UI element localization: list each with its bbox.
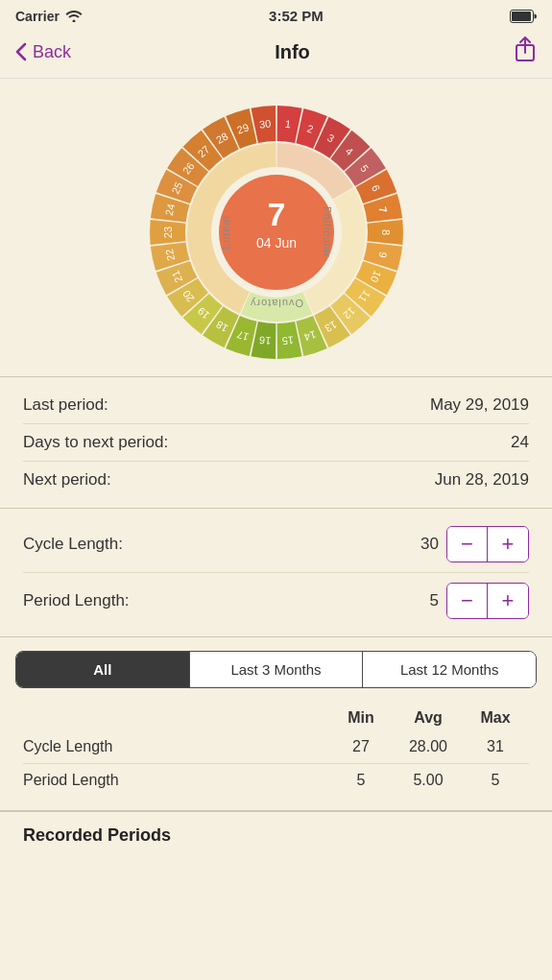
back-button[interactable]: Back xyxy=(15,42,71,62)
period-length-label: Period Length: xyxy=(23,591,130,610)
last-period-label: Last period: xyxy=(23,395,108,415)
chevron-left-icon xyxy=(15,42,27,61)
cycle-wheel: 1234567891011121314151617181920212223242… xyxy=(0,79,552,376)
svg-text:7: 7 xyxy=(267,196,285,232)
last-period-value: May 29, 2019 xyxy=(430,395,529,415)
share-button[interactable] xyxy=(514,36,537,68)
stats-cycle-row: Cycle Length 27 28.00 31 xyxy=(23,730,529,764)
svg-text:23: 23 xyxy=(161,227,173,238)
stats-header: Min Avg Max xyxy=(23,702,529,730)
cycle-length-controls: 30 − + xyxy=(420,526,529,562)
next-period-label: Next period: xyxy=(23,470,111,490)
svg-text:22: 22 xyxy=(162,248,176,261)
stats-cycle-avg: 28.00 xyxy=(395,738,462,755)
period-length-row: Period Length: 5 − + xyxy=(23,573,529,629)
period-length-increment[interactable]: + xyxy=(488,584,528,618)
recorded-title: Recorded Periods xyxy=(23,825,529,846)
status-bar: Carrier 3:52 PM xyxy=(0,0,552,28)
cycle-length-increment[interactable]: + xyxy=(488,527,528,562)
cycle-length-row: Cycle Length: 30 − + xyxy=(23,516,529,573)
wheel-svg: 1234567891011121314151617181920212223242… xyxy=(142,98,411,367)
cycle-length-decrement[interactable]: − xyxy=(447,527,488,562)
back-label: Back xyxy=(33,42,71,62)
svg-text:15: 15 xyxy=(281,334,294,347)
svg-text:8: 8 xyxy=(379,229,391,235)
svg-text:04 Jun: 04 Jun xyxy=(255,235,296,251)
period-length-value: 5 xyxy=(420,591,439,610)
tab-all[interactable]: All xyxy=(16,652,190,687)
stats-period-min: 5 xyxy=(327,772,395,789)
status-time: 3:52 PM xyxy=(269,8,324,24)
svg-point-0 xyxy=(72,20,75,23)
stats-period-max: 5 xyxy=(462,772,529,789)
tab-last-12-months[interactable]: Last 12 Months xyxy=(363,652,536,687)
nav-bar: Back Info xyxy=(0,28,552,79)
status-left: Carrier xyxy=(15,9,83,24)
days-to-next-row: Days to next period: 24 xyxy=(23,424,529,462)
stats-header-min: Min xyxy=(327,709,395,727)
stats-header-max: Max xyxy=(462,709,529,727)
stats-period-avg: 5.00 xyxy=(395,772,462,789)
stats-cycle-label: Cycle Length xyxy=(23,738,327,755)
cycle-length-label: Cycle Length: xyxy=(23,535,123,554)
period-length-stepper: − + xyxy=(446,583,529,619)
stats-period-row: Period Length 5 5.00 5 xyxy=(23,764,529,797)
svg-text:Follicular: Follicular xyxy=(322,206,333,258)
tabs-section: All Last 3 Months Last 12 Months xyxy=(0,637,552,698)
svg-text:Ovulatory: Ovulatory xyxy=(249,298,302,309)
days-to-next-label: Days to next period: xyxy=(23,433,168,452)
status-right xyxy=(510,10,537,23)
next-period-row: Next period: Jun 28, 2019 xyxy=(23,462,529,498)
recorded-section: Recorded Periods xyxy=(0,811,552,859)
days-to-next-value: 24 xyxy=(511,433,529,452)
info-section: Last period: May 29, 2019 Days to next p… xyxy=(0,377,552,508)
wifi-icon xyxy=(65,10,83,22)
stats-cycle-max: 31 xyxy=(462,738,529,755)
share-icon xyxy=(514,36,537,62)
period-length-decrement[interactable]: − xyxy=(447,584,488,618)
svg-text:1: 1 xyxy=(284,118,291,131)
svg-point-34 xyxy=(219,175,334,290)
length-section: Cycle Length: 30 − + Period Length: 5 − … xyxy=(0,509,552,636)
svg-text:16: 16 xyxy=(258,334,271,347)
cycle-length-value: 30 xyxy=(420,535,439,554)
stats-period-label: Period Length xyxy=(23,772,327,789)
last-period-row: Last period: May 29, 2019 xyxy=(23,387,529,424)
svg-text:30: 30 xyxy=(258,118,271,131)
svg-text:Luteal: Luteal xyxy=(220,215,231,250)
cycle-length-stepper: − + xyxy=(446,526,529,562)
tabs: All Last 3 Months Last 12 Months xyxy=(15,651,537,688)
stats-section: Min Avg Max Cycle Length 27 28.00 31 Per… xyxy=(0,698,552,810)
svg-text:24: 24 xyxy=(162,203,176,216)
tab-last-3-months[interactable]: Last 3 Months xyxy=(190,652,364,687)
page-title: Info xyxy=(275,41,310,63)
next-period-value: Jun 28, 2019 xyxy=(435,470,529,490)
battery-icon xyxy=(510,10,537,23)
carrier-label: Carrier xyxy=(15,9,60,24)
stats-cycle-min: 27 xyxy=(327,738,395,755)
period-length-controls: 5 − + xyxy=(420,583,529,619)
svg-rect-2 xyxy=(512,12,531,21)
stats-header-avg: Avg xyxy=(395,709,462,727)
